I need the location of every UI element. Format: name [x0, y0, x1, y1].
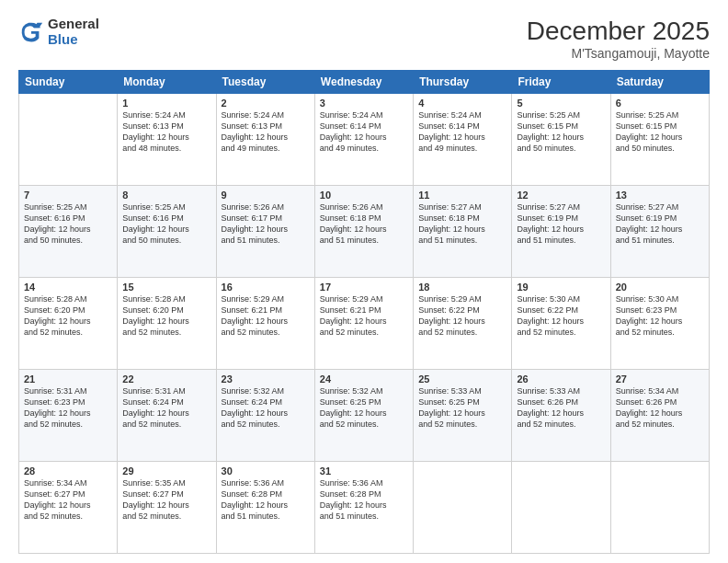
calendar-week-4: 21Sunrise: 5:31 AMSunset: 6:23 PMDayligh…: [19, 370, 710, 462]
calendar-body: 1Sunrise: 5:24 AMSunset: 6:13 PMDaylight…: [19, 94, 710, 554]
day-number: 17: [320, 282, 408, 293]
day-number: 23: [222, 373, 310, 385]
day-info: Sunrise: 5:25 AMSunset: 6:15 PMDaylight:…: [616, 109, 704, 155]
day-info: Sunrise: 5:25 AMSunset: 6:16 PMDaylight:…: [122, 201, 210, 247]
day-info: Sunrise: 5:27 AMSunset: 6:19 PMDaylight:…: [616, 201, 704, 247]
calendar-cell: 4Sunrise: 5:24 AMSunset: 6:14 PMDaylight…: [414, 94, 512, 186]
day-number: 9: [222, 190, 310, 201]
day-number: 14: [24, 282, 112, 293]
calendar-cell: [512, 462, 610, 554]
logo-icon: [18, 19, 44, 45]
calendar-cell: 7Sunrise: 5:25 AMSunset: 6:16 PMDaylight…: [19, 186, 118, 278]
header-row: Sunday Monday Tuesday Wednesday Thursday…: [19, 71, 710, 94]
col-wednesday: Wednesday: [314, 71, 413, 94]
day-info: Sunrise: 5:35 AMSunset: 6:27 PMDaylight:…: [122, 477, 210, 523]
calendar-cell: 30Sunrise: 5:36 AMSunset: 6:28 PMDayligh…: [216, 462, 314, 554]
day-number: 2: [222, 98, 310, 109]
day-info: Sunrise: 5:33 AMSunset: 6:25 PMDaylight:…: [418, 385, 506, 431]
day-number: 24: [320, 373, 408, 385]
calendar-subtitle: M'Tsangamouji, Mayotte: [527, 46, 710, 61]
day-info: Sunrise: 5:29 AMSunset: 6:21 PMDaylight:…: [320, 293, 408, 339]
day-number: 13: [616, 190, 704, 201]
day-info: Sunrise: 5:25 AMSunset: 6:16 PMDaylight:…: [24, 201, 112, 247]
calendar-title: December 2025: [527, 17, 710, 46]
day-number: 8: [122, 190, 210, 201]
day-number: 1: [122, 98, 210, 109]
day-info: Sunrise: 5:34 AMSunset: 6:26 PMDaylight:…: [616, 385, 704, 431]
day-number: 10: [320, 190, 408, 201]
calendar-cell: 6Sunrise: 5:25 AMSunset: 6:15 PMDaylight…: [610, 94, 709, 186]
day-number: 20: [616, 282, 704, 293]
day-number: 18: [418, 282, 506, 293]
day-number: 29: [122, 465, 210, 477]
day-info: Sunrise: 5:25 AMSunset: 6:15 PMDaylight:…: [517, 109, 605, 155]
day-info: Sunrise: 5:24 AMSunset: 6:13 PMDaylight:…: [122, 109, 210, 155]
day-info: Sunrise: 5:32 AMSunset: 6:25 PMDaylight:…: [320, 385, 408, 431]
day-number: 16: [222, 282, 310, 293]
calendar-cell: 12Sunrise: 5:27 AMSunset: 6:19 PMDayligh…: [512, 186, 610, 278]
calendar-cell: [414, 462, 512, 554]
calendar-cell: 16Sunrise: 5:29 AMSunset: 6:21 PMDayligh…: [216, 278, 314, 370]
calendar-cell: 21Sunrise: 5:31 AMSunset: 6:23 PMDayligh…: [19, 370, 118, 462]
day-info: Sunrise: 5:28 AMSunset: 6:20 PMDaylight:…: [24, 293, 112, 339]
calendar-cell: 18Sunrise: 5:29 AMSunset: 6:22 PMDayligh…: [414, 278, 512, 370]
day-number: 11: [418, 190, 506, 201]
logo-text: General Blue: [48, 17, 99, 47]
calendar-cell: 29Sunrise: 5:35 AMSunset: 6:27 PMDayligh…: [118, 462, 216, 554]
calendar-cell: 26Sunrise: 5:33 AMSunset: 6:26 PMDayligh…: [512, 370, 610, 462]
col-tuesday: Tuesday: [216, 71, 314, 94]
day-number: 21: [24, 373, 112, 385]
calendar-cell: 14Sunrise: 5:28 AMSunset: 6:20 PMDayligh…: [19, 278, 118, 370]
day-number: 30: [222, 465, 310, 477]
logo-general: General: [48, 16, 99, 31]
day-info: Sunrise: 5:30 AMSunset: 6:22 PMDaylight:…: [517, 293, 605, 339]
col-friday: Friday: [512, 71, 610, 94]
page: General Blue December 2025 M'Tsangamouji…: [0, 0, 728, 563]
calendar-cell: 24Sunrise: 5:32 AMSunset: 6:25 PMDayligh…: [314, 370, 413, 462]
calendar-cell: 3Sunrise: 5:24 AMSunset: 6:14 PMDaylight…: [314, 94, 413, 186]
calendar-cell: 23Sunrise: 5:32 AMSunset: 6:24 PMDayligh…: [216, 370, 314, 462]
day-info: Sunrise: 5:26 AMSunset: 6:17 PMDaylight:…: [222, 201, 310, 247]
day-number: 25: [418, 373, 506, 385]
day-number: 27: [616, 373, 704, 385]
calendar-cell: 11Sunrise: 5:27 AMSunset: 6:18 PMDayligh…: [414, 186, 512, 278]
calendar-cell: 9Sunrise: 5:26 AMSunset: 6:17 PMDaylight…: [216, 186, 314, 278]
day-number: 31: [320, 465, 408, 477]
day-number: 7: [24, 190, 112, 201]
day-info: Sunrise: 5:26 AMSunset: 6:18 PMDaylight:…: [320, 201, 408, 247]
header: General Blue December 2025 M'Tsangamouji…: [18, 17, 710, 61]
calendar-cell: [610, 462, 709, 554]
day-info: Sunrise: 5:34 AMSunset: 6:27 PMDaylight:…: [24, 477, 112, 523]
day-info: Sunrise: 5:29 AMSunset: 6:21 PMDaylight:…: [222, 293, 310, 339]
day-number: 22: [122, 373, 210, 385]
day-info: Sunrise: 5:24 AMSunset: 6:13 PMDaylight:…: [222, 109, 310, 155]
day-info: Sunrise: 5:28 AMSunset: 6:20 PMDaylight:…: [122, 293, 210, 339]
calendar-cell: 20Sunrise: 5:30 AMSunset: 6:23 PMDayligh…: [610, 278, 709, 370]
day-info: Sunrise: 5:31 AMSunset: 6:23 PMDaylight:…: [24, 385, 112, 431]
calendar-cell: 15Sunrise: 5:28 AMSunset: 6:20 PMDayligh…: [118, 278, 216, 370]
calendar-header: Sunday Monday Tuesday Wednesday Thursday…: [19, 71, 710, 94]
calendar-week-2: 7Sunrise: 5:25 AMSunset: 6:16 PMDaylight…: [19, 186, 710, 278]
calendar-cell: 2Sunrise: 5:24 AMSunset: 6:13 PMDaylight…: [216, 94, 314, 186]
calendar-week-1: 1Sunrise: 5:24 AMSunset: 6:13 PMDaylight…: [19, 94, 710, 186]
day-number: 5: [517, 98, 605, 109]
calendar-cell: 10Sunrise: 5:26 AMSunset: 6:18 PMDayligh…: [314, 186, 413, 278]
calendar-cell: 13Sunrise: 5:27 AMSunset: 6:19 PMDayligh…: [610, 186, 709, 278]
calendar-cell: 8Sunrise: 5:25 AMSunset: 6:16 PMDaylight…: [118, 186, 216, 278]
calendar-table: Sunday Monday Tuesday Wednesday Thursday…: [18, 70, 710, 554]
calendar-week-5: 28Sunrise: 5:34 AMSunset: 6:27 PMDayligh…: [19, 462, 710, 554]
day-number: 26: [517, 373, 605, 385]
day-info: Sunrise: 5:27 AMSunset: 6:19 PMDaylight:…: [517, 201, 605, 247]
day-info: Sunrise: 5:32 AMSunset: 6:24 PMDaylight:…: [222, 385, 310, 431]
col-saturday: Saturday: [610, 71, 709, 94]
day-info: Sunrise: 5:33 AMSunset: 6:26 PMDaylight:…: [517, 385, 605, 431]
day-number: 15: [122, 282, 210, 293]
calendar-week-3: 14Sunrise: 5:28 AMSunset: 6:20 PMDayligh…: [19, 278, 710, 370]
day-info: Sunrise: 5:24 AMSunset: 6:14 PMDaylight:…: [418, 109, 506, 155]
calendar-cell: 5Sunrise: 5:25 AMSunset: 6:15 PMDaylight…: [512, 94, 610, 186]
calendar-cell: 19Sunrise: 5:30 AMSunset: 6:22 PMDayligh…: [512, 278, 610, 370]
calendar-cell: 17Sunrise: 5:29 AMSunset: 6:21 PMDayligh…: [314, 278, 413, 370]
day-info: Sunrise: 5:24 AMSunset: 6:14 PMDaylight:…: [320, 109, 408, 155]
title-block: December 2025 M'Tsangamouji, Mayotte: [527, 17, 710, 61]
calendar-cell: 1Sunrise: 5:24 AMSunset: 6:13 PMDaylight…: [118, 94, 216, 186]
